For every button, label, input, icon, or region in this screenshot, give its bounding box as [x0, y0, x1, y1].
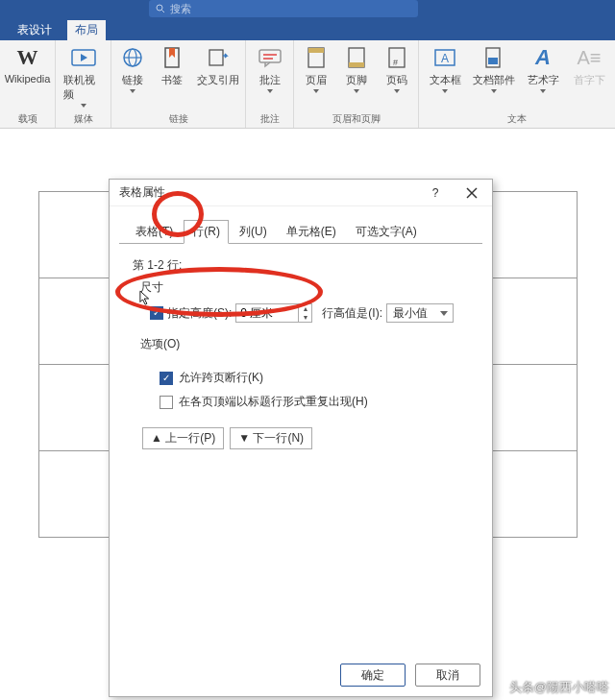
ribbon-tabstrip: 表设计 布局 — [0, 19, 615, 40]
allow-break-checkbox[interactable] — [160, 372, 173, 385]
wikipedia-icon: W — [14, 44, 41, 71]
options-label: 选项(O) — [140, 336, 477, 352]
height-spinner[interactable]: ▲▼ — [235, 303, 312, 323]
dropcap-icon: A≡ — [576, 44, 603, 71]
spinner-down[interactable]: ▼ — [299, 313, 311, 322]
row-height-is-label: 行高值是(I): — [322, 305, 382, 322]
tab-layout[interactable]: 布局 — [67, 20, 106, 40]
svg-rect-13 — [308, 48, 324, 53]
cross-reference-button[interactable]: 交叉引用 — [195, 44, 241, 87]
cancel-button[interactable]: 取消 — [415, 664, 480, 687]
svg-line-1 — [162, 11, 165, 13]
dialog-tab-table[interactable]: 表格(T) — [127, 220, 182, 244]
dialog-tabs: 表格(T) 行(R) 列(U) 单元格(E) 可选文字(A) — [110, 206, 492, 244]
svg-text:#: # — [393, 58, 398, 67]
svg-marker-3 — [81, 54, 87, 61]
link-icon — [119, 44, 146, 71]
cross-reference-icon — [205, 44, 232, 71]
rows-range-label: 第 1-2 行: — [133, 257, 477, 274]
svg-rect-21 — [488, 58, 498, 64]
footer-icon — [343, 44, 370, 71]
size-label: 尺寸 — [140, 279, 477, 296]
dialog-tab-row[interactable]: 行(R) — [184, 220, 229, 244]
video-icon — [70, 44, 97, 71]
specify-height-label: 指定高度(S): — [167, 305, 232, 322]
online-video-button[interactable]: 联机视频 — [63, 44, 104, 108]
close-icon — [466, 187, 478, 199]
svg-rect-8 — [209, 50, 223, 65]
repeat-header-checkbox[interactable] — [160, 396, 173, 409]
allow-break-label: 允许跨页断行(K) — [179, 370, 263, 386]
watermark: 头条@陽西小嗒嗒 — [509, 679, 609, 696]
textbox-button[interactable]: A 文本框 — [425, 44, 465, 93]
dropcap-button[interactable]: A≡ 首字下 — [569, 44, 609, 87]
row-height-type-combo[interactable]: 最小值 — [386, 303, 454, 323]
wikipedia-button[interactable]: W Wikipedia — [8, 44, 48, 84]
group-label-media: 媒体 — [74, 112, 93, 126]
group-label-addons: 载项 — [18, 112, 37, 126]
quick-parts-icon — [480, 44, 507, 71]
dialog-close-button[interactable] — [457, 181, 486, 205]
wordart-icon: A — [529, 44, 556, 71]
title-bar: 搜索 — [0, 0, 615, 19]
search-icon — [155, 3, 166, 14]
page-number-icon: # — [383, 44, 410, 71]
footer-button[interactable]: 页脚 — [339, 44, 374, 93]
group-label-text: 文本 — [507, 112, 527, 126]
link-button[interactable]: 链接 — [116, 44, 149, 93]
group-label-header-footer: 页眉和页脚 — [332, 112, 381, 126]
spinner-up[interactable]: ▲ — [299, 304, 311, 313]
group-label-comments: 批注 — [260, 112, 280, 126]
dialog-tab-alttext[interactable]: 可选文字(A) — [347, 220, 426, 244]
search-box[interactable]: 搜索 — [149, 0, 418, 17]
wordart-button[interactable]: A 艺术字 — [523, 44, 563, 93]
specify-height-checkbox[interactable] — [150, 306, 163, 320]
quick-parts-button[interactable]: 文档部件 — [471, 44, 517, 93]
dialog-titlebar: 表格属性 ? — [110, 180, 492, 206]
comment-button[interactable]: 批注 — [250, 44, 290, 93]
header-icon — [303, 44, 330, 71]
bookmark-icon — [159, 44, 185, 71]
dialog-title: 表格属性 — [119, 184, 165, 201]
svg-rect-15 — [349, 62, 364, 67]
dialog-tab-column[interactable]: 列(U) — [231, 220, 276, 244]
table-properties-dialog: 表格属性 ? 表格(T) 行(R) 列(U) 单元格(E) 可选文字(A) 第 … — [109, 179, 493, 697]
previous-row-button[interactable]: ▲ 上一行(P) — [142, 427, 224, 449]
bookmark-button[interactable]: 书签 — [155, 44, 189, 87]
tab-table-design[interactable]: 表设计 — [10, 20, 60, 40]
dialog-tab-cell[interactable]: 单元格(E) — [278, 220, 345, 244]
dialog-help-button[interactable]: ? — [421, 181, 450, 205]
page-number-button[interactable]: # 页码 — [380, 44, 414, 93]
ribbon: W Wikipedia 载项 联机视频 媒体 链接 书签 — [0, 40, 615, 129]
ok-button[interactable]: 确定 — [340, 664, 406, 687]
height-input[interactable] — [236, 304, 298, 322]
next-row-button[interactable]: ▼ 下一行(N) — [230, 427, 312, 449]
svg-text:A: A — [441, 52, 449, 65]
textbox-icon: A — [431, 44, 458, 71]
svg-point-0 — [157, 5, 162, 11]
header-button[interactable]: 页眉 — [299, 44, 333, 93]
search-placeholder: 搜索 — [170, 2, 191, 16]
group-label-links: 链接 — [169, 112, 188, 126]
comment-icon — [257, 44, 283, 71]
svg-rect-9 — [259, 50, 281, 62]
repeat-header-label: 在各页顶端以标题行形式重复出现(H) — [179, 394, 368, 410]
